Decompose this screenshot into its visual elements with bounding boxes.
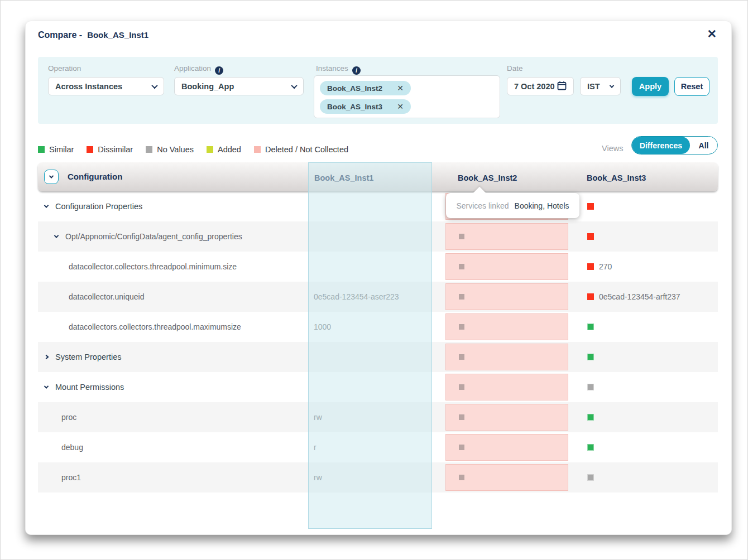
chip-remove-icon[interactable]: ✕	[397, 84, 404, 93]
group-header-configuration: Configuration	[68, 172, 122, 181]
inst3-cell	[587, 474, 594, 481]
tooltip-label: Services linked	[456, 201, 509, 210]
date-input[interactable]: 7 Oct 2020	[507, 77, 574, 95]
dissimilar-status-square-icon	[587, 233, 594, 240]
reset-button[interactable]: Reset	[674, 77, 709, 96]
row-label[interactable]: Configuration Properties	[45, 202, 142, 211]
chevron-down-icon[interactable]	[54, 233, 59, 238]
row-label: debug	[61, 443, 83, 452]
property-name: Opt/Appnomic/ConfigData/agent_config_pro…	[65, 232, 242, 241]
dissimilar-legend-swatch	[87, 146, 93, 153]
chevron-down-icon[interactable]	[44, 203, 49, 207]
table-header: Configuration Book_AS_Inst1 Book_AS_Inst…	[38, 162, 718, 191]
tooltip-value: Booking, Hotels	[515, 201, 569, 210]
inst1-value: 1000	[314, 322, 331, 331]
inst2-deleted-cell	[445, 223, 568, 250]
inst1-value: rw	[314, 413, 322, 422]
operation-select[interactable]: Across Instances	[48, 77, 164, 95]
table-row: datacollectors.collectors.threadpool.max…	[38, 312, 718, 342]
table-row: System Properties	[38, 342, 718, 372]
inst3-value: 0e5cad-123454-arft237	[599, 292, 680, 301]
table-row: datacollector.collectors.threadpool.mini…	[38, 252, 718, 282]
modal-title-prefix: Compare -	[38, 30, 82, 40]
row-label: datacollector.collectors.threadpool.mini…	[69, 262, 237, 271]
instance-chip[interactable]: Book_AS_Inst3✕	[320, 99, 411, 114]
column-header-inst1: Book_AS_Inst1	[314, 173, 373, 182]
timezone-select[interactable]: IST	[580, 77, 621, 95]
row-label: proc1	[61, 473, 81, 482]
legend-label: Dissimilar	[98, 145, 133, 154]
legend-label: Deleted / Not Collected	[265, 145, 348, 154]
instance-chip[interactable]: Book_AS_Inst2✕	[320, 81, 411, 95]
no-value-square-icon	[459, 475, 464, 480]
application-label: Applicationi	[174, 64, 223, 75]
row-label[interactable]: Opt/Appnomic/ConfigData/agent_config_pro…	[55, 232, 242, 241]
chevron-down-icon	[291, 82, 297, 88]
inst3-cell: 270	[587, 262, 612, 271]
property-name: datacollector.uniqueid	[69, 292, 144, 301]
instances-multiselect[interactable]: Book_AS_Inst2✕Book_AS_Inst3✕	[314, 75, 500, 118]
table-row: proc1rw	[38, 462, 718, 493]
inst2-deleted-cell	[445, 434, 568, 461]
close-icon[interactable]: ✕	[707, 28, 717, 40]
application-select[interactable]: Booking_App	[174, 77, 304, 95]
legend-item: Similar	[38, 145, 74, 154]
legend-item: Deleted / Not Collected	[254, 145, 348, 154]
deleted-legend-swatch	[254, 146, 261, 153]
no-value-square-icon	[459, 414, 464, 420]
row-label[interactable]: System Properties	[45, 353, 121, 361]
chevron-down-icon	[610, 83, 614, 88]
modal-title: Compare - Book_AS_Inst1	[38, 30, 148, 40]
info-icon[interactable]: i	[352, 66, 361, 75]
similar-legend-swatch	[38, 146, 45, 153]
calendar-icon[interactable]	[557, 81, 567, 92]
services-linked-tooltip: Services linked Booking, Hotels	[446, 193, 579, 218]
inst3-cell	[587, 354, 594, 360]
chevron-right-icon[interactable]	[44, 355, 49, 359]
dissimilar-status-square-icon	[587, 203, 594, 210]
date-value: 7 Oct 2020	[514, 82, 555, 91]
similar-status-square-icon	[587, 414, 594, 421]
column-header-inst3: Book_AS_Inst3	[587, 173, 646, 182]
dissimilar-status-square-icon	[587, 293, 594, 300]
table-row: Configuration Properties	[38, 191, 718, 221]
browser-viewport: Compare - Book_AS_Inst1 ✕ Operation Acro…	[0, 0, 748, 560]
inst3-cell	[587, 324, 594, 330]
inst1-value: rw	[314, 473, 322, 482]
tab-all[interactable]: All	[690, 137, 717, 154]
inst3-cell	[587, 384, 594, 390]
row-label: proc	[61, 413, 76, 422]
legend-label: Similar	[49, 145, 74, 154]
compare-modal: Compare - Book_AS_Inst1 ✕ Operation Acro…	[25, 21, 732, 535]
views-label: Views	[602, 144, 623, 153]
views-toggle: Differences All	[631, 136, 718, 155]
apply-button[interactable]: Apply	[632, 77, 669, 96]
similar-status-square-icon	[587, 444, 594, 451]
added-legend-swatch	[207, 146, 213, 153]
no-value-square-icon	[459, 445, 464, 450]
inst3-cell: 0e5cad-123454-arft237	[587, 292, 680, 301]
timezone-value: IST	[587, 82, 610, 91]
similar-status-square-icon	[587, 324, 594, 330]
similar-status-square-icon	[587, 354, 594, 360]
chip-label: Book_AS_Inst3	[327, 103, 382, 111]
chevron-down-icon[interactable]	[44, 384, 49, 388]
collapse-configuration-button[interactable]	[44, 170, 59, 184]
table-row: procrw	[38, 402, 718, 432]
chevron-down-icon	[49, 173, 54, 178]
property-name: Configuration Properties	[55, 202, 142, 211]
property-name: datacollectors.collectors.threadpool.max…	[69, 322, 241, 331]
table-row: datacollector.uniqueid0e5cad-123454-aser…	[38, 282, 718, 312]
inst1-value: 0e5cad-123454-aser223	[314, 292, 399, 301]
property-name: System Properties	[55, 353, 121, 361]
row-label[interactable]: Mount Permissions	[45, 383, 124, 392]
info-icon[interactable]: i	[215, 66, 223, 75]
tab-differences[interactable]: Differences	[632, 137, 690, 154]
chip-remove-icon[interactable]: ✕	[397, 102, 404, 111]
no-value-square-icon	[459, 234, 464, 239]
legend-label: No Values	[157, 145, 194, 154]
legend-item: Dissimilar	[87, 145, 133, 154]
legend-label: Added	[218, 145, 241, 154]
novalue-status-square-icon	[587, 384, 594, 390]
no-value-square-icon	[459, 324, 464, 330]
